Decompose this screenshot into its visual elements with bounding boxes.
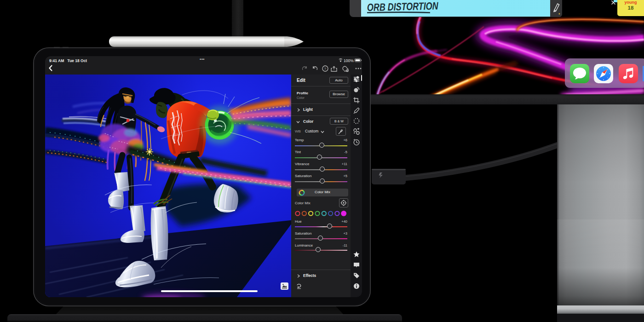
svg-text:ORB DISTORTION: ORB DISTORTION <box>367 0 439 13</box>
svg-text:?: ? <box>324 67 327 71</box>
svg-text:100%: 100% <box>344 58 354 63</box>
